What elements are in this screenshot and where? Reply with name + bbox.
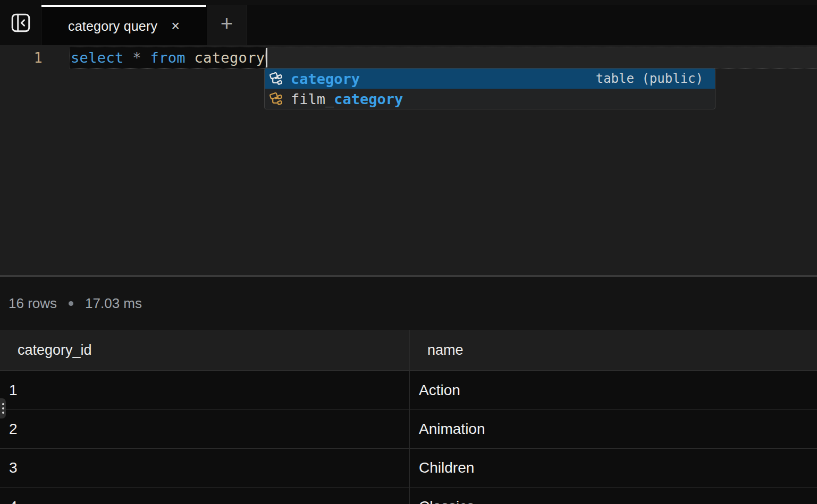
column-header-name[interactable]: name: [410, 330, 817, 370]
row-drag-handle[interactable]: [0, 398, 6, 418]
code-token: select: [71, 47, 124, 68]
tab-close-icon[interactable]: ×: [171, 19, 180, 33]
table-row: 2Animation: [0, 410, 817, 449]
separator-dot: [69, 301, 73, 306]
query-duration: 17.03 ms: [85, 295, 142, 312]
table-row: 3Children: [0, 449, 817, 488]
code-token: [186, 47, 195, 68]
tab-category-query[interactable]: category query ×: [41, 5, 206, 45]
table-cell[interactable]: 1: [0, 371, 410, 409]
table-cell[interactable]: 2: [0, 410, 410, 448]
autocomplete-label: film_category: [291, 91, 403, 107]
collapse-sidebar-icon: [10, 12, 32, 34]
tab-label: category query: [68, 19, 157, 34]
results-status-bar: 16 rows 17.03 ms: [0, 277, 817, 330]
row-count: 16 rows: [9, 295, 57, 312]
grid-body: 1Action2Animation3Children4Classics: [0, 371, 817, 504]
tab-bar: category query × +: [0, 0, 817, 45]
table-icon: [269, 92, 284, 106]
table-icon: [269, 72, 284, 86]
table-cell[interactable]: Classics: [410, 488, 817, 504]
results-grid: category_idname 1Action2Animation3Childr…: [0, 330, 817, 504]
code-token: [124, 47, 133, 68]
table-cell[interactable]: 4: [0, 488, 410, 504]
code-content: select * from category: [70, 47, 266, 69]
column-header-category_id[interactable]: category_id: [0, 330, 410, 370]
autocomplete-item[interactable]: film_category: [265, 89, 715, 109]
grid-header-row: category_idname: [0, 330, 817, 371]
code-token: [141, 47, 150, 68]
code-token: *: [132, 47, 141, 68]
tab-bar-spacer: [247, 5, 817, 45]
table-cell[interactable]: Children: [410, 449, 817, 487]
text-cursor: [266, 48, 267, 67]
autocomplete-detail: table (public): [596, 71, 715, 86]
table-row: 4Classics: [0, 488, 817, 504]
sql-editor[interactable]: 1 select * from category categorytable (…: [0, 45, 817, 275]
table-cell[interactable]: Action: [410, 371, 817, 409]
sidebar-toggle-button[interactable]: [0, 0, 41, 45]
line-number: 1: [0, 47, 70, 69]
table-cell[interactable]: 3: [0, 449, 410, 487]
new-tab-button[interactable]: +: [206, 5, 247, 45]
autocomplete-label: category: [291, 71, 360, 87]
code-line: 1 select * from category: [0, 47, 817, 69]
code-token: from: [150, 47, 185, 68]
autocomplete-item[interactable]: categorytable (public): [265, 69, 715, 89]
table-row: 1Action: [0, 371, 817, 410]
autocomplete-popup: categorytable (public) film_category: [264, 68, 715, 109]
table-cell[interactable]: Animation: [410, 410, 817, 448]
autocomplete-list: categorytable (public) film_category: [265, 69, 715, 109]
code-token: category: [195, 47, 265, 68]
